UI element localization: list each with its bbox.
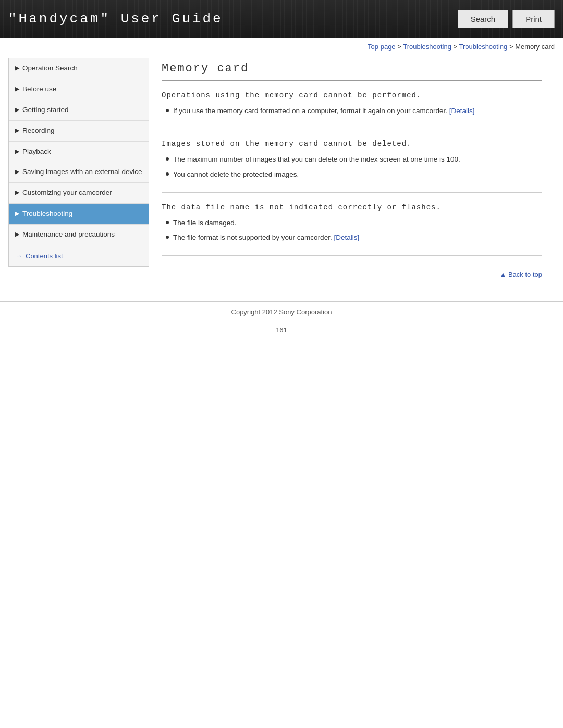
sidebar-item-label: Playback bbox=[22, 147, 51, 157]
bullet-text: The file is damaged. bbox=[173, 218, 237, 228]
bullet-list-1: If you use the memory card formatted on … bbox=[162, 106, 542, 116]
bullet-dot-icon bbox=[166, 109, 169, 112]
section-operations: Operations using the memory card cannot … bbox=[162, 91, 542, 129]
list-item: You cannot delete the protected images. bbox=[166, 169, 542, 180]
bullet-text: You cannot delete the protected images. bbox=[173, 169, 299, 180]
sidebar-item-saving-images[interactable]: ▶ Saving images with an external device bbox=[9, 162, 149, 183]
breadcrumb-current: Memory card bbox=[515, 43, 555, 51]
site-title: "Handycam" User Guide bbox=[8, 11, 223, 27]
sidebar-item-playback[interactable]: ▶ Playback bbox=[9, 142, 149, 163]
bullet-text: The file format is not supported by your… bbox=[173, 232, 359, 243]
sidebar-item-label: Recording bbox=[22, 126, 55, 136]
breadcrumb-sep3: > bbox=[509, 43, 515, 51]
print-button[interactable]: Print bbox=[512, 10, 555, 28]
section-heading-1: Operations using the memory card cannot … bbox=[162, 91, 542, 100]
breadcrumb-troubleshooting1[interactable]: Troubleshooting bbox=[403, 43, 451, 51]
contents-arrow-icon: → bbox=[15, 252, 22, 260]
bullet-list-2: The maximum number of images that you ca… bbox=[162, 154, 542, 180]
section-heading-3: The data file name is not indicated corr… bbox=[162, 203, 542, 212]
arrow-icon: ▶ bbox=[15, 65, 19, 71]
bullet-list-3: The file is damaged. The file format is … bbox=[162, 218, 542, 243]
arrow-icon: ▶ bbox=[15, 168, 19, 175]
sidebar-item-recording[interactable]: ▶ Recording bbox=[9, 121, 149, 142]
section-data-file: The data file name is not indicated corr… bbox=[162, 203, 542, 256]
sidebar-item-maintenance[interactable]: ▶ Maintenance and precautions bbox=[9, 225, 149, 245]
contents-list-label: Contents list bbox=[26, 252, 63, 260]
header: "Handycam" User Guide Search Print bbox=[0, 0, 563, 38]
arrow-icon: ▶ bbox=[15, 210, 19, 217]
bullet-dot-icon bbox=[166, 221, 169, 224]
sidebar-item-label: Operation Search bbox=[22, 64, 78, 73]
sidebar-item-label: Customizing your camcorder bbox=[22, 188, 112, 198]
sidebar-item-troubleshooting[interactable]: ▶ Troubleshooting bbox=[9, 204, 149, 225]
bullet-dot-icon bbox=[166, 157, 169, 161]
bullet-dot-icon bbox=[166, 236, 169, 239]
page-number: 161 bbox=[0, 322, 563, 338]
details-link-2[interactable]: [Details] bbox=[334, 233, 359, 241]
section-heading-2: Images stored on the memory card cannot … bbox=[162, 140, 542, 148]
arrow-icon: ▶ bbox=[15, 231, 19, 238]
section-images-deleted: Images stored on the memory card cannot … bbox=[162, 140, 542, 193]
main-content: Memory card Operations using the memory … bbox=[149, 54, 555, 293]
list-item: The maximum number of images that you ca… bbox=[166, 154, 542, 165]
back-to-top-link[interactable]: ▲ Back to top bbox=[499, 270, 542, 278]
back-to-top: ▲ Back to top bbox=[162, 266, 542, 280]
sidebar-item-customizing[interactable]: ▶ Customizing your camcorder bbox=[9, 183, 149, 204]
sidebar: ▶ Operation Search ▶ Before use ▶ Gettin… bbox=[8, 58, 149, 267]
breadcrumb-troubleshooting2[interactable]: Troubleshooting bbox=[459, 43, 508, 51]
breadcrumb-sep1: > bbox=[397, 43, 403, 51]
page-title: Memory card bbox=[162, 62, 542, 81]
sidebar-item-label: Maintenance and precautions bbox=[22, 230, 115, 240]
list-item: The file format is not supported by your… bbox=[166, 232, 542, 243]
sidebar-item-label: Getting started bbox=[22, 105, 69, 115]
arrow-icon: ▶ bbox=[15, 148, 19, 155]
contents-list-link[interactable]: → Contents list bbox=[9, 245, 149, 266]
list-item: If you use the memory card formatted on … bbox=[166, 106, 542, 116]
arrow-icon: ▶ bbox=[15, 127, 19, 134]
breadcrumb-top-page[interactable]: Top page bbox=[368, 43, 396, 51]
sidebar-item-operation-search[interactable]: ▶ Operation Search bbox=[9, 58, 149, 79]
arrow-icon: ▶ bbox=[15, 85, 19, 92]
sidebar-item-label: Troubleshooting bbox=[22, 209, 72, 219]
breadcrumb: Top page > Troubleshooting > Troubleshoo… bbox=[0, 38, 563, 54]
sidebar-item-label: Saving images with an external device bbox=[22, 167, 142, 177]
sidebar-item-before-use[interactable]: ▶ Before use bbox=[9, 79, 149, 100]
list-item: The file is damaged. bbox=[166, 218, 542, 228]
details-link-1[interactable]: [Details] bbox=[449, 107, 475, 115]
copyright-text: Copyright 2012 Sony Corporation bbox=[231, 308, 332, 316]
arrow-icon: ▶ bbox=[15, 106, 19, 113]
bullet-text: If you use the memory card formatted on … bbox=[173, 106, 475, 116]
bullet-text: The maximum number of images that you ca… bbox=[173, 154, 460, 165]
search-button[interactable]: Search bbox=[458, 10, 509, 28]
sidebar-item-label: Before use bbox=[22, 84, 56, 94]
footer: Copyright 2012 Sony Corporation bbox=[0, 301, 563, 322]
bullet-dot-icon bbox=[166, 172, 169, 176]
header-button-group: Search Print bbox=[458, 10, 555, 28]
breadcrumb-sep2: > bbox=[454, 43, 459, 51]
arrow-icon: ▶ bbox=[15, 189, 19, 196]
main-layout: ▶ Operation Search ▶ Before use ▶ Gettin… bbox=[0, 54, 563, 293]
sidebar-item-getting-started[interactable]: ▶ Getting started bbox=[9, 100, 149, 121]
